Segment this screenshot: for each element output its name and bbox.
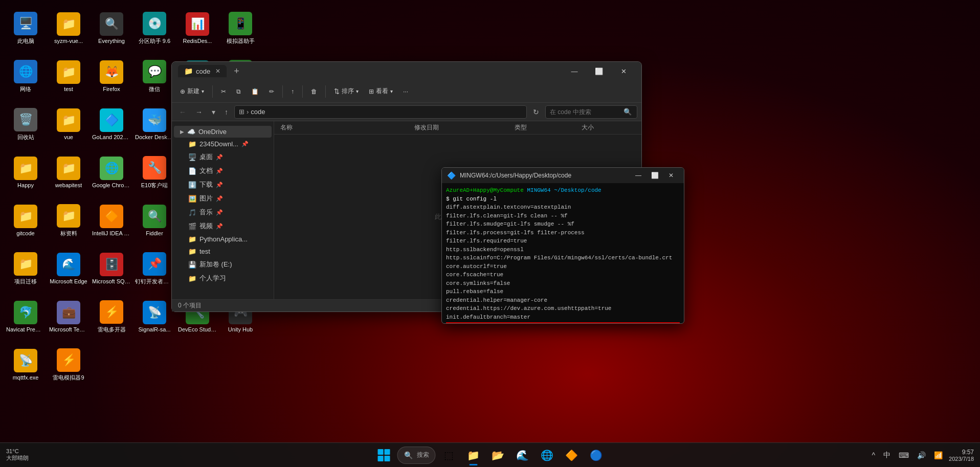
sidebar-item-2345[interactable]: 📁 2345Downl... 📌 — [174, 138, 272, 150]
desktop-icon-xiangmu[interactable]: 📁项目迁移 — [5, 246, 46, 292]
weather-display[interactable]: 31°C 大部晴朗 — [6, 448, 29, 462]
terminal-out-12: credential.helper=manager-core — [446, 296, 680, 305]
sidebar-item-music[interactable]: 🎵 音乐 📌 — [174, 206, 272, 219]
desktop-icon-leididuokaifa[interactable]: ⚡雷电多开器 — [91, 294, 132, 340]
start-button[interactable] — [373, 444, 395, 466]
desktop-icon-fiddler[interactable]: 🔍Fiddler — [134, 197, 175, 243]
intellij-icon: 🔶 — [100, 205, 123, 228]
desktop-icon-googlechrome[interactable]: 🌐Google Chrome — [91, 149, 132, 195]
refresh-button[interactable]: ↻ — [530, 107, 542, 117]
desktop-icon-redisdes[interactable]: 📊RedisDes... — [177, 5, 218, 51]
dropdown-button[interactable]: ▾ — [209, 107, 218, 117]
system-clock[interactable]: 9:57 2023/7/18 — [949, 449, 974, 462]
add-tab-button[interactable]: + — [231, 66, 242, 77]
desktop-icon-navicat[interactable]: 🐬Navicat Premium 15 — [5, 294, 46, 340]
more-button[interactable]: ··· — [399, 86, 412, 97]
leididuokaifa-icon: ⚡ — [100, 300, 123, 324]
tray-speaker-icon[interactable]: 🔊 — [915, 450, 928, 460]
up-button[interactable]: ↑ — [221, 107, 231, 117]
desktop-icon-dingding[interactable]: 📌钉钉开发者工具 — [134, 246, 175, 292]
desktop-icon-goland[interactable]: 🔷GoLand 2022.3.4 — [91, 101, 132, 147]
e10-label: E10客户端 — [141, 182, 168, 189]
sidebar-item-documents[interactable]: 📄 文档 📌 — [174, 164, 272, 177]
desktop-icon-happy[interactable]: 📁Happy — [5, 149, 46, 195]
sort-button[interactable]: ⇅ 排序 ▾ — [330, 85, 363, 98]
desktop-icon-docker[interactable]: 🐳Docker Desktop — [134, 101, 175, 147]
taskbar-intellij[interactable]: 🔶 — [561, 444, 583, 466]
desktop-icon-webapitest[interactable]: 📁webapitest — [48, 149, 89, 195]
desktop-icon-nox[interactable]: 📱模拟器助手 — [220, 5, 261, 51]
share-button[interactable]: ↑ — [287, 86, 298, 97]
desktop-icon-msedge[interactable]: 🌊Microsoft Edge — [48, 246, 89, 292]
downloads-pin-icon: 📌 — [216, 182, 223, 188]
back-button[interactable]: ← — [176, 107, 189, 117]
search-input[interactable] — [550, 108, 621, 116]
desktop-icon-biaozi[interactable]: 📁标资料 — [48, 197, 89, 243]
tray-network-icon[interactable]: 📶 — [932, 450, 945, 460]
explorer-tab-code[interactable]: 📁 code ✕ — [178, 65, 227, 77]
sidebar-item-test[interactable]: 📁 test — [174, 246, 272, 257]
xiangmu-icon: 📁 — [14, 252, 37, 276]
terminal-maximize-button[interactable]: ⬜ — [647, 169, 662, 182]
desktop-icon-everything[interactable]: 🔍Everything — [91, 5, 132, 51]
terminal-minimize-button[interactable]: — — [631, 169, 646, 182]
desktop-icon-recycle[interactable]: 🗑️回收站 — [5, 101, 46, 147]
tray-keyboard-icon[interactable]: ⌨ — [897, 450, 911, 460]
desktop-icon-test[interactable]: 📁test — [48, 53, 89, 99]
desktop-icon-e10[interactable]: 🔧E10客户端 — [134, 149, 175, 195]
sidebar-item-pictures[interactable]: 🖼️ 图片 📌 — [174, 192, 272, 205]
search-box[interactable]: 🔍 — [545, 105, 637, 119]
tab-close-icon[interactable]: ✕ — [215, 68, 220, 75]
view-button[interactable]: ⊞ 看看 ▾ — [365, 85, 397, 98]
maximize-button[interactable]: ⬜ — [587, 63, 611, 79]
close-button[interactable]: ✕ — [612, 63, 635, 79]
sidebar-item-videos[interactable]: 🎬 视频 📌 — [174, 219, 272, 233]
desktop-icon-network[interactable]: 🌐网络 — [5, 53, 46, 99]
2345-pin-icon: 📌 — [241, 141, 249, 147]
desktop-icon-signalr[interactable]: 📡SignalR-sa... — [134, 294, 175, 340]
sidebar-item-python[interactable]: 📁 PythonApplica... — [174, 233, 272, 245]
delete-button[interactable]: 🗑 — [307, 86, 321, 97]
taskbar-edge[interactable]: 🌊 — [511, 444, 534, 466]
taskbar-taskview[interactable]: ⬚ — [438, 444, 460, 466]
desktop-icon-mqttfx[interactable]: 📡mqttfx.exe — [5, 342, 46, 388]
desktop-icon-gitcode[interactable]: 📁gitcode — [5, 197, 46, 243]
tray-lang[interactable]: 中 — [881, 450, 893, 461]
copy-button[interactable]: ⧉ — [232, 86, 245, 97]
paste-button[interactable]: 📋 — [247, 86, 263, 97]
new-button[interactable]: ⊕ 新建 ▾ — [176, 85, 208, 98]
pictures-pin-icon: 📌 — [216, 195, 223, 202]
desktop-icon-intellij[interactable]: 🔶IntelliJ IDEA 2023.1 — [91, 197, 132, 243]
taskbar-search[interactable]: 🔍 搜索 — [397, 447, 436, 464]
sidebar-item-onedrive[interactable]: ▶ ☁️ OneDrive — [174, 126, 272, 138]
tray-chevron[interactable]: ^ — [870, 450, 877, 460]
desktop-icon-vue[interactable]: 📁vue — [48, 101, 89, 147]
rename-button[interactable]: ✏ — [265, 86, 278, 97]
col-name-header[interactable]: 名称 — [280, 123, 414, 132]
forward-button[interactable]: → — [192, 107, 206, 117]
desktop-icon-wechat[interactable]: 💬微信 — [134, 53, 175, 99]
desktop-icon-fenqu[interactable]: 💿分区助手 9.6 — [134, 5, 175, 51]
sidebar-item-drive-e[interactable]: 💾 新加卷 (E:) — [174, 258, 272, 271]
sidebar-item-downloads[interactable]: ⬇️ 下载 📌 — [174, 178, 272, 191]
onedrive-icon: ☁️ — [187, 128, 195, 136]
desktop-icon-this-pc[interactable]: 🖥️此电脑 — [5, 5, 46, 51]
desktop-icon-mssql[interactable]: 🗄️Microsoft SQL Serve... — [91, 246, 132, 292]
taskbar-folder[interactable]: 📁 — [462, 444, 485, 466]
taskbar-rider[interactable]: 🔵 — [585, 444, 608, 466]
address-path-input[interactable]: ⊞ › code — [234, 105, 527, 119]
cut-button[interactable]: ✂ — [217, 86, 230, 97]
sidebar-item-desktop[interactable]: 🖥️ 桌面 📌 — [174, 150, 272, 164]
desktop-icon-firefox[interactable]: 🦊Firefox — [91, 53, 132, 99]
minimize-button[interactable]: — — [563, 63, 586, 79]
taskbar-folder2[interactable]: 📂 — [487, 444, 509, 466]
desktop-icon-msteams[interactable]: 💼Microsoft Teams (... — [48, 294, 89, 340]
taskbar-chrome[interactable]: 🌐 — [536, 444, 559, 466]
terminal-close-button[interactable]: ✕ — [663, 169, 679, 182]
desktop-icon-syzm-vue[interactable]: 📁syzm-vue... — [48, 5, 89, 51]
col-type-header: 类型 — [515, 123, 582, 132]
copy-icon: ⧉ — [236, 88, 241, 95]
terminal-body[interactable]: AzureAD+Happy@MyCompute MINGW64 ~/Deskto… — [442, 183, 684, 323]
sidebar-item-personal[interactable]: 📁 个人学习 — [174, 272, 272, 285]
desktop-icon-leidimonin[interactable]: ⚡雷电模拟器9 — [48, 342, 89, 388]
